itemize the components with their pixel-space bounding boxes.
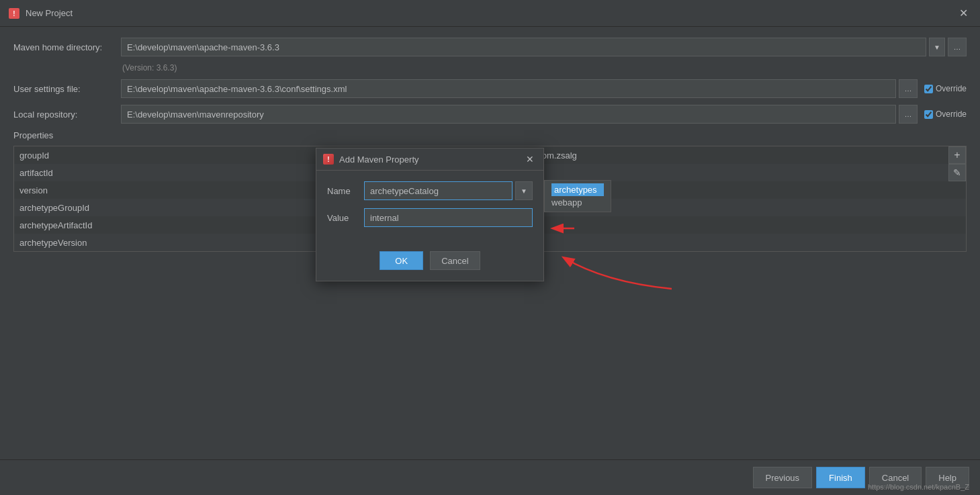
user-settings-input-wrapper: … Override [121, 79, 967, 98]
svg-text:!: ! [13, 10, 15, 17]
dialog-name-label: Name [327, 186, 364, 196]
app-icon: ! [8, 7, 20, 19]
dialog-name-input-wrapper: ▼ [364, 181, 533, 200]
dialog-body: Name ▼ Value [316, 171, 543, 246]
maven-home-input[interactable] [121, 38, 926, 56]
dialog-name-dropdown-button[interactable]: ▼ [515, 181, 533, 200]
user-settings-label: User settings file: [13, 84, 121, 94]
property-key: version [14, 181, 148, 199]
dialog-footer: OK Cancel [316, 246, 543, 281]
edit-property-button[interactable]: ✎ [948, 164, 966, 181]
local-repo-override-label[interactable]: Override [924, 109, 967, 119]
dialog-close-button[interactable]: ✕ [523, 154, 537, 165]
add-property-button[interactable]: + [948, 146, 966, 164]
property-key: archetypeVersion [14, 234, 148, 251]
dialog-name-input[interactable] [364, 181, 513, 200]
dialog-value-input-wrapper [364, 208, 533, 227]
property-key: archetypeArtifactId [14, 216, 148, 234]
title-bar-left: ! New Project [8, 7, 73, 19]
dialog-title: Add Maven Property [339, 154, 419, 165]
dialog-ok-button[interactable]: OK [380, 251, 423, 270]
archetype-hint-item-archetypes[interactable]: archetypes [551, 183, 604, 196]
local-repo-override-text: Override [936, 109, 967, 119]
archetype-hint-item-webapp[interactable]: webapp [551, 196, 604, 209]
maven-version-note: (Version: 3.6.3) [122, 63, 967, 73]
previous-button[interactable]: Previous [753, 467, 813, 488]
maven-home-input-wrapper: ▼ … [121, 38, 967, 56]
property-value [148, 164, 966, 181]
local-repo-label: Local repository: [13, 109, 121, 120]
property-key: artifactId [14, 164, 148, 181]
local-repo-override-checkbox[interactable] [924, 110, 933, 119]
dialog-value-row: Value [327, 208, 533, 227]
bottom-bar: Previous Finish Cancel Help [0, 459, 980, 495]
property-value [148, 234, 966, 251]
archetype-hint-dropdown: archetypes webapp [544, 180, 611, 212]
dialog-icon: ! [323, 154, 334, 165]
user-settings-row: User settings file: … Override [13, 79, 967, 98]
dialog-cancel-button[interactable]: Cancel [430, 251, 480, 270]
local-repo-browse-button[interactable]: … [899, 105, 918, 124]
watermark: https://blog.csdn.net/kpacnB_Z [868, 483, 969, 491]
property-value [148, 216, 966, 234]
dialog-title-left: ! Add Maven Property [323, 154, 419, 165]
local-repo-row: Local repository: … Override [13, 105, 967, 124]
property-value: com.zsalg [148, 146, 966, 164]
maven-home-row: Maven home directory: ▼ … [13, 38, 967, 56]
title-bar: ! New Project ✕ [0, 0, 980, 27]
dialog-value-label: Value [327, 213, 364, 223]
dialog-value-input[interactable] [364, 208, 533, 227]
local-repo-input-wrapper: … Override [121, 105, 967, 124]
maven-home-browse-button[interactable]: … [948, 38, 967, 56]
finish-button[interactable]: Finish [816, 467, 865, 488]
add-maven-property-dialog: ! Add Maven Property ✕ Name ▼ Value OK C… [316, 148, 544, 281]
user-settings-browse-button[interactable]: … [899, 79, 918, 98]
property-key: archetypeGroupId [14, 199, 148, 216]
user-settings-input[interactable] [121, 79, 896, 98]
maven-home-dropdown-button[interactable]: ▼ [929, 38, 945, 56]
dialog-name-row: Name ▼ [327, 181, 533, 200]
maven-home-label: Maven home directory: [13, 42, 121, 52]
user-settings-override-label[interactable]: Override [924, 84, 967, 93]
window-title: New Project [26, 8, 73, 18]
user-settings-override-text: Override [936, 84, 967, 93]
user-settings-override-checkbox[interactable] [924, 85, 933, 93]
window-close-button[interactable]: ✕ [955, 5, 972, 21]
property-key: groupId [14, 146, 148, 164]
dialog-title-bar: ! Add Maven Property ✕ [316, 148, 543, 171]
local-repo-input[interactable] [121, 105, 896, 124]
properties-section-title: Properties [13, 130, 967, 140]
